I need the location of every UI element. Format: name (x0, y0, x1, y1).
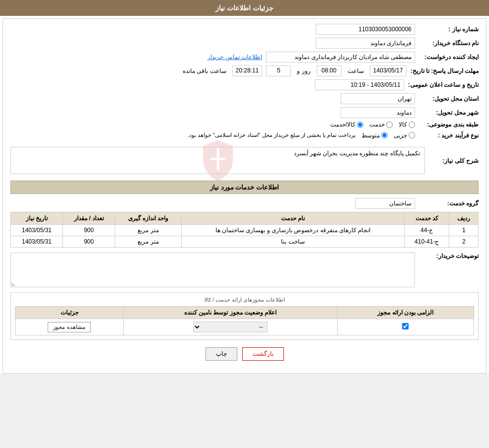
purchase-type-jozii-option[interactable]: جزیی (394, 132, 415, 139)
perm-status-select[interactable]: -- (193, 321, 268, 332)
purchase-type-radio-group: جزیی متوسط (361, 132, 415, 139)
general-desc-label: شرح کلی نیاز: (429, 157, 479, 164)
city-label: شهر محل تحویل: (419, 109, 479, 116)
category-kala-label: کالا (399, 121, 407, 128)
category-kala-khedmat-option[interactable]: کالا/خدمت (330, 121, 363, 128)
purchase-type-motevaset-option[interactable]: متوسط (361, 132, 388, 139)
cell-quantity: 900 (63, 225, 115, 236)
action-buttons-row: بازگشت چاپ (10, 347, 479, 361)
perm-status-cell: -- (124, 319, 338, 335)
permissions-title: اطلاعات مجوزهای ارائه خدمت / کالا (15, 297, 474, 303)
perm-row: -- مشاهده مجوز (15, 319, 474, 335)
col-name: نام حدمت (182, 212, 405, 225)
purchase-type-label: نوع فرآیند خرید : (419, 132, 479, 139)
perm-details-button[interactable]: مشاهده مجوز (48, 322, 90, 332)
buyer-org-label: نام دستگاه خریدار: (419, 40, 479, 47)
announcement-label: تاریخ و ساعت اعلان عمومی: (408, 81, 479, 88)
cell-unit: متر مربع (115, 236, 181, 248)
need-number-row: شماره نیاز : 1103030053000006 (10, 24, 479, 35)
purchase-type-row: نوع فرآیند خرید : جزیی متوسط پرداخت تمام… (10, 131, 479, 139)
cell-row: 1 (449, 225, 479, 236)
category-kala-option[interactable]: کالا (399, 121, 415, 128)
cell-date: 1403/05/31 (11, 236, 63, 248)
permissions-table: الزامی بودن ارائه مجوز اعلام وضعیت مجوز … (15, 306, 474, 335)
category-kala-khedmat-radio[interactable] (357, 122, 363, 128)
cell-code: ج-44 (405, 225, 449, 236)
perm-col-status: اعلام وضعیت مجوز توسط نامین کننده (124, 307, 338, 319)
province-value: تهران (341, 93, 415, 104)
deadline-days-label: روز و (295, 66, 312, 75)
table-row: 2ج-41-410ساخت بنامتر مربع9001403/05/31 (11, 236, 479, 248)
creator-value: مصطفی شاه مرادیان کاربرداز فرمانداری دما… (266, 52, 415, 63)
col-code: کد حدمت (405, 212, 449, 225)
general-desc-value: تکمیل پایگاه چند منظوره مدیریت بحران شهر… (292, 148, 422, 159)
deadline-time: 08:00 (317, 65, 342, 76)
buyer-org-row: نام دستگاه خریدار: فرمانداری دماوند (10, 38, 479, 49)
category-row: طبقه بندی موضوعی: کالا خدمت کالا/خدمت (10, 121, 479, 128)
announcement-value: 1403/05/11 - 10:19 (315, 79, 404, 90)
category-khedmat-label: خدمت (369, 121, 385, 128)
back-button[interactable]: بازگشت (242, 347, 284, 361)
basic-info-section: شماره نیاز : 1103030053000006 نام دستگاه… (10, 24, 479, 139)
general-desc-box: تکمیل پایگاه چند منظوره مدیریت بحران شهر… (10, 147, 425, 174)
perm-required-checkbox[interactable] (402, 323, 409, 329)
buyer-notes-row: توضیحات خریدار: (10, 253, 479, 287)
deadline-days: 5 (266, 65, 291, 76)
deadline-date: 1403/05/17 (370, 65, 407, 76)
city-value: دماوند (341, 107, 415, 118)
perm-col-required: الزامی بودن ارائه مجوز (337, 307, 474, 319)
perm-details-cell: مشاهده مجوز (15, 319, 124, 335)
deadline-time-label: ساعت (346, 66, 366, 75)
perm-required-cell (337, 319, 474, 335)
service-group-value: ساختمان (355, 198, 415, 209)
cell-name: انجام کارهای متفرقه درخصوص بازسازی و بهس… (182, 225, 405, 236)
col-unit: واحد اندازه گیری (115, 212, 181, 225)
deadline-remaining-label: ساعت باقی مانده (181, 66, 228, 75)
category-khedmat-radio[interactable] (386, 122, 393, 128)
deadline-remaining: 20:28:11 (232, 65, 263, 76)
col-quantity: تعداد / مقدار (63, 212, 115, 225)
province-label: استان محل تحویل: (419, 95, 479, 102)
service-group-label: گروه خدمت: (419, 200, 479, 207)
cell-date: 1403/05/31 (11, 225, 63, 236)
purchase-type-jozii-radio[interactable] (409, 132, 415, 138)
category-label: طبقه بندی موضوعی: (419, 121, 479, 128)
purchase-type-motevaset-radio[interactable] (381, 132, 388, 138)
creator-label: ایجاد کننده درخواست: (419, 54, 479, 61)
purchase-type-motevaset-label: متوسط (361, 132, 380, 139)
category-kala-radio[interactable] (409, 122, 415, 128)
main-content: شماره نیاز : 1103030053000006 نام دستگاه… (2, 18, 487, 374)
table-row: 1ج-44انجام کارهای متفرقه درخصوص بازسازی … (11, 225, 479, 236)
page-title: جزئیات اطلاعات نیاز (0, 0, 489, 16)
cell-unit: متر مربع (115, 225, 181, 236)
services-table: ردیف کد حدمت نام حدمت واحد اندازه گیری ت… (10, 212, 479, 248)
creator-contact-link[interactable]: اطلاعات تماس خریدار (208, 54, 262, 61)
buyer-notes-label: توضیحات خریدار: (419, 253, 479, 259)
services-section-title: اطلاعات خدمات مورد نیاز (10, 181, 479, 194)
need-number-value: 1103030053000006 (316, 24, 415, 35)
buyer-org-value: فرمانداری دماوند (316, 38, 415, 49)
col-row: ردیف (449, 212, 479, 225)
deadline-row: مهلت ارسال پاسخ: تا تاریخ: 1403/05/17 سا… (10, 65, 479, 76)
perm-col-details: جزئیات (15, 307, 124, 319)
general-desc-row: شرح کلی نیاز: تکمیل پایگاه چند منظوره مد… (10, 144, 479, 177)
need-number-label: شماره نیاز : (419, 26, 479, 33)
permissions-section: اطلاعات مجوزهای ارائه خدمت / کالا الزامی… (10, 292, 479, 340)
category-kala-khedmat-label: کالا/خدمت (330, 121, 355, 128)
purchase-type-jozii-label: جزیی (394, 132, 407, 139)
category-khedmat-option[interactable]: خدمت (369, 121, 393, 128)
service-group-row: گروه خدمت: ساختمان (10, 198, 479, 209)
province-row: استان محل تحویل: تهران (10, 93, 479, 104)
cell-name: ساخت بنا (182, 236, 405, 248)
general-desc-container: تکمیل پایگاه چند منظوره مدیریت بحران شهر… (10, 144, 425, 177)
announcement-row: تاریخ و ساعت اعلان عمومی: 1403/05/11 - 1… (10, 79, 479, 90)
print-button[interactable]: چاپ (206, 347, 237, 361)
page-wrapper: جزئیات اطلاعات نیاز شماره نیاز : 1103030… (0, 0, 489, 374)
cell-code: ج-41-410 (405, 236, 449, 248)
cell-quantity: 900 (63, 236, 115, 248)
city-row: شهر محل تحویل: دماوند (10, 107, 479, 118)
deadline-label: مهلت ارسال پاسخ: تا تاریخ: (411, 67, 479, 74)
buyer-notes-textarea[interactable] (10, 253, 415, 287)
category-radio-group: کالا خدمت کالا/خدمت (330, 121, 415, 128)
cell-row: 2 (449, 236, 479, 248)
